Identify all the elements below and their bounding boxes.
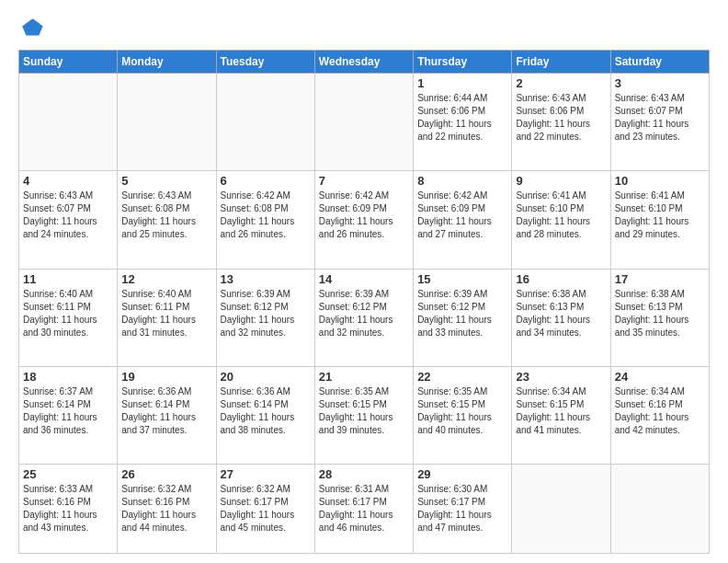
day-number: 1 [417, 76, 507, 90]
day-number: 27 [221, 467, 311, 481]
day-number: 29 [417, 467, 507, 481]
calendar-cell: 10Sunrise: 6:41 AM Sunset: 6:10 PM Dayli… [610, 171, 709, 269]
day-number: 19 [121, 370, 211, 384]
calendar-cell: 5Sunrise: 6:43 AM Sunset: 6:08 PM Daylig… [118, 171, 216, 269]
day-number: 14 [319, 272, 409, 286]
day-info: Sunrise: 6:43 AM Sunset: 6:07 PM Dayligh… [615, 92, 705, 144]
calendar: SundayMondayTuesdayWednesdayThursdayFrid… [18, 50, 710, 554]
logo-icon [18, 15, 44, 40]
calendar-cell: 21Sunrise: 6:35 AM Sunset: 6:15 PM Dayli… [314, 366, 413, 464]
calendar-week-row: 1Sunrise: 6:44 AM Sunset: 6:06 PM Daylig… [19, 74, 710, 171]
calendar-cell: 9Sunrise: 6:41 AM Sunset: 6:10 PM Daylig… [512, 171, 610, 269]
day-info: Sunrise: 6:40 AM Sunset: 6:11 PM Dayligh… [23, 288, 113, 339]
calendar-cell: 23Sunrise: 6:34 AM Sunset: 6:15 PM Dayli… [512, 366, 610, 464]
calendar-week-row: 4Sunrise: 6:43 AM Sunset: 6:07 PM Daylig… [19, 171, 710, 269]
page: SundayMondayTuesdayWednesdayThursdayFrid… [0, 0, 728, 563]
calendar-cell: 25Sunrise: 6:33 AM Sunset: 6:16 PM Dayli… [19, 465, 118, 554]
day-info: Sunrise: 6:39 AM Sunset: 6:12 PM Dayligh… [221, 288, 311, 339]
calendar-cell: 8Sunrise: 6:42 AM Sunset: 6:09 PM Daylig… [414, 171, 512, 269]
calendar-cell [610, 465, 709, 554]
logo [18, 15, 48, 40]
day-number: 3 [615, 76, 705, 90]
calendar-cell: 29Sunrise: 6:30 AM Sunset: 6:17 PM Dayli… [414, 465, 512, 554]
day-info: Sunrise: 6:32 AM Sunset: 6:17 PM Dayligh… [221, 483, 311, 534]
day-info: Sunrise: 6:40 AM Sunset: 6:11 PM Dayligh… [121, 288, 211, 339]
weekday-header: Friday [512, 51, 610, 74]
weekday-header: Tuesday [216, 51, 314, 74]
calendar-cell: 3Sunrise: 6:43 AM Sunset: 6:07 PM Daylig… [610, 74, 709, 171]
calendar-cell: 22Sunrise: 6:35 AM Sunset: 6:15 PM Dayli… [414, 366, 512, 464]
day-info: Sunrise: 6:38 AM Sunset: 6:13 PM Dayligh… [615, 288, 705, 339]
day-info: Sunrise: 6:42 AM Sunset: 6:08 PM Dayligh… [221, 190, 311, 241]
day-info: Sunrise: 6:43 AM Sunset: 6:06 PM Dayligh… [516, 92, 606, 144]
calendar-cell: 11Sunrise: 6:40 AM Sunset: 6:11 PM Dayli… [19, 269, 118, 366]
day-number: 28 [319, 467, 409, 481]
calendar-cell: 19Sunrise: 6:36 AM Sunset: 6:14 PM Dayli… [118, 366, 216, 464]
weekday-header: Sunday [19, 51, 118, 74]
day-info: Sunrise: 6:43 AM Sunset: 6:07 PM Dayligh… [23, 190, 113, 241]
calendar-cell: 4Sunrise: 6:43 AM Sunset: 6:07 PM Daylig… [19, 171, 118, 269]
calendar-week-row: 18Sunrise: 6:37 AM Sunset: 6:14 PM Dayli… [19, 366, 710, 464]
day-number: 8 [417, 174, 507, 188]
day-number: 17 [615, 272, 705, 286]
day-info: Sunrise: 6:31 AM Sunset: 6:17 PM Dayligh… [319, 483, 409, 534]
day-number: 11 [23, 272, 113, 286]
calendar-cell: 1Sunrise: 6:44 AM Sunset: 6:06 PM Daylig… [414, 74, 512, 171]
day-info: Sunrise: 6:39 AM Sunset: 6:12 PM Dayligh… [319, 288, 409, 339]
weekday-header: Saturday [610, 51, 709, 74]
day-info: Sunrise: 6:41 AM Sunset: 6:10 PM Dayligh… [615, 190, 705, 241]
calendar-cell: 16Sunrise: 6:38 AM Sunset: 6:13 PM Dayli… [512, 269, 610, 366]
day-info: Sunrise: 6:35 AM Sunset: 6:15 PM Dayligh… [319, 385, 409, 437]
day-info: Sunrise: 6:36 AM Sunset: 6:14 PM Dayligh… [221, 385, 311, 437]
calendar-cell: 28Sunrise: 6:31 AM Sunset: 6:17 PM Dayli… [314, 465, 413, 554]
day-number: 15 [417, 272, 507, 286]
day-info: Sunrise: 6:34 AM Sunset: 6:15 PM Dayligh… [516, 385, 606, 437]
calendar-week-row: 11Sunrise: 6:40 AM Sunset: 6:11 PM Dayli… [19, 269, 710, 366]
calendar-cell: 14Sunrise: 6:39 AM Sunset: 6:12 PM Dayli… [314, 269, 413, 366]
day-number: 23 [516, 370, 606, 384]
day-info: Sunrise: 6:42 AM Sunset: 6:09 PM Dayligh… [319, 190, 409, 241]
day-number: 6 [221, 174, 311, 188]
calendar-cell [314, 74, 413, 171]
day-info: Sunrise: 6:33 AM Sunset: 6:16 PM Dayligh… [23, 483, 113, 534]
day-number: 2 [516, 76, 606, 90]
calendar-cell: 13Sunrise: 6:39 AM Sunset: 6:12 PM Dayli… [216, 269, 314, 366]
day-number: 4 [23, 174, 113, 188]
day-number: 20 [221, 370, 311, 384]
day-number: 13 [221, 272, 311, 286]
day-number: 22 [417, 370, 507, 384]
day-info: Sunrise: 6:32 AM Sunset: 6:16 PM Dayligh… [121, 483, 211, 534]
header [18, 15, 710, 40]
calendar-cell: 6Sunrise: 6:42 AM Sunset: 6:08 PM Daylig… [216, 171, 314, 269]
day-info: Sunrise: 6:37 AM Sunset: 6:14 PM Dayligh… [23, 385, 113, 437]
day-number: 24 [615, 370, 705, 384]
calendar-cell: 27Sunrise: 6:32 AM Sunset: 6:17 PM Dayli… [216, 465, 314, 554]
day-number: 21 [319, 370, 409, 384]
day-info: Sunrise: 6:35 AM Sunset: 6:15 PM Dayligh… [417, 385, 507, 437]
calendar-cell: 12Sunrise: 6:40 AM Sunset: 6:11 PM Dayli… [118, 269, 216, 366]
calendar-cell: 15Sunrise: 6:39 AM Sunset: 6:12 PM Dayli… [414, 269, 512, 366]
calendar-cell: 26Sunrise: 6:32 AM Sunset: 6:16 PM Dayli… [118, 465, 216, 554]
day-info: Sunrise: 6:30 AM Sunset: 6:17 PM Dayligh… [417, 483, 507, 534]
day-number: 16 [516, 272, 606, 286]
calendar-cell [118, 74, 216, 171]
calendar-cell: 2Sunrise: 6:43 AM Sunset: 6:06 PM Daylig… [512, 74, 610, 171]
calendar-cell: 7Sunrise: 6:42 AM Sunset: 6:09 PM Daylig… [314, 171, 413, 269]
svg-marker-0 [22, 18, 42, 35]
calendar-cell [216, 74, 314, 171]
day-info: Sunrise: 6:41 AM Sunset: 6:10 PM Dayligh… [516, 190, 606, 241]
day-info: Sunrise: 6:42 AM Sunset: 6:09 PM Dayligh… [417, 190, 507, 241]
day-number: 9 [516, 174, 606, 188]
weekday-header: Monday [118, 51, 216, 74]
day-number: 18 [23, 370, 113, 384]
day-number: 5 [121, 174, 211, 188]
day-info: Sunrise: 6:43 AM Sunset: 6:08 PM Dayligh… [121, 190, 211, 241]
calendar-week-row: 25Sunrise: 6:33 AM Sunset: 6:16 PM Dayli… [19, 465, 710, 554]
weekday-header-row: SundayMondayTuesdayWednesdayThursdayFrid… [19, 51, 710, 74]
day-number: 12 [121, 272, 211, 286]
calendar-cell: 17Sunrise: 6:38 AM Sunset: 6:13 PM Dayli… [610, 269, 709, 366]
day-info: Sunrise: 6:36 AM Sunset: 6:14 PM Dayligh… [121, 385, 211, 437]
calendar-cell [512, 465, 610, 554]
day-info: Sunrise: 6:39 AM Sunset: 6:12 PM Dayligh… [417, 288, 507, 339]
weekday-header: Thursday [414, 51, 512, 74]
